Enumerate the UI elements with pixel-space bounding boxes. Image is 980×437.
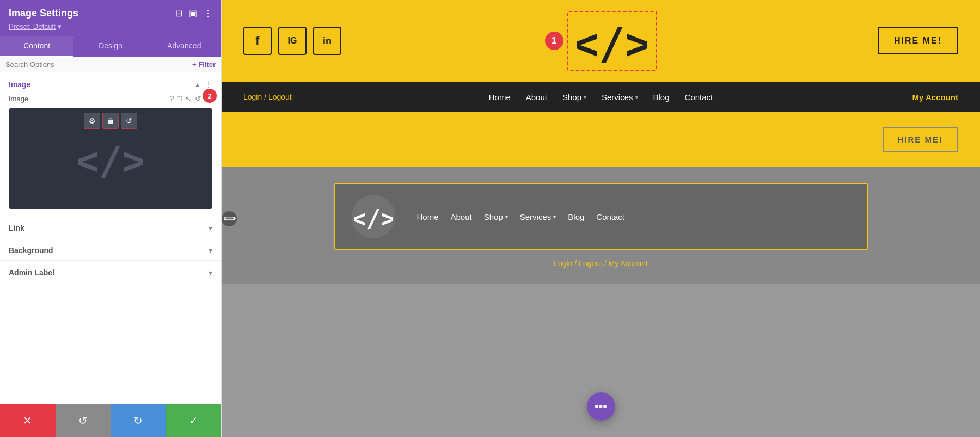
undo-overlay-button[interactable]: ↺ [121,113,137,129]
image-label: Image [9,95,28,103]
nav-preview-shop[interactable]: Shop ▾ [484,212,508,221]
panel-search-bar: + Filter [0,57,221,72]
cursor-icon[interactable]: ↖ [185,94,192,103]
admin-label-section-chevron: ▾ [209,268,212,277]
admin-label-section: Admin Label ▾ [0,260,221,282]
nav-blog[interactable]: Blog [653,93,670,102]
nav-preview-home[interactable]: Home [417,212,439,221]
link-section-title: Link [9,224,24,232]
image-overlay-icons: ⚙ 🗑 ↺ [84,113,137,129]
nav-preview-about[interactable]: About [451,212,472,221]
nav-preview-logo: </> [352,195,395,238]
background-section-chevron: ▾ [209,246,212,255]
header-logo-area: 1 </> [545,11,657,71]
admin-label-section-header[interactable]: Admin Label ▾ [0,261,221,282]
settings-overlay-button[interactable]: ⚙ [84,113,100,129]
admin-label-section-title: Admin Label [9,268,54,277]
bottom-bar: ✕ ↺ ↻ ✓ [0,404,221,437]
image-section-dots[interactable]: ⋮ [205,80,212,89]
svg-text:</>: </> [577,19,647,65]
redo-button[interactable]: ↻ [111,404,166,437]
delete-overlay-button[interactable]: 🗑 [102,113,119,129]
resize-handle[interactable]: ⟺ [222,211,237,226]
nav-shop[interactable]: Shop ▾ [562,93,586,102]
hire-me-button[interactable]: HIRE ME! [878,27,958,54]
link-section-chevron: ▾ [209,224,212,232]
image-section-body: Image ? □ ↖ ↺ ⋯ 2 ⚙ 🗑 ↺ [0,94,221,216]
nav-preview-links: Home About Shop ▾ Services ▾ Blog Contac… [417,212,625,221]
nav-contact[interactable]: Contact [685,93,713,102]
badge-2: 2 [203,89,217,103]
nav-preview-login-logout[interactable]: Login / Logout / My Account [554,259,648,268]
panel-preset[interactable]: Preset: Default ▾ [9,22,212,30]
image-section-chevron-up: ▴ [195,80,199,89]
search-input[interactable] [5,60,192,69]
panel-content: Image ▴ ⋮ Image ? □ ↖ ↺ ⋯ 2 [0,72,221,437]
image-section-header[interactable]: Image ▴ ⋮ [0,72,221,94]
background-section-header[interactable]: Background ▾ [0,238,221,260]
linkedin-icon[interactable]: in [313,27,341,55]
nav-about[interactable]: About [526,93,547,102]
image-section-title: Image [9,80,30,89]
undo-button[interactable]: ↺ [56,404,111,437]
svg-text:</>: </> [354,205,393,230]
site-nav: Login / Logout Home About Shop ▾ Service… [222,82,980,112]
hire-me-button-2[interactable]: HIRE ME! [883,127,959,152]
reset-icon[interactable]: ↺ [195,94,201,103]
second-yellow-area: HIRE ME! [222,112,980,167]
panel-header: Image Settings ⊡ ▣ ⋮ Preset: Default ▾ [0,0,221,36]
window-icon-3[interactable]: ⋮ [204,8,212,19]
panel-title: Image Settings [9,8,78,19]
image-preview[interactable]: ⚙ 🗑 ↺ </> [9,108,212,209]
login-logout-link[interactable]: Login / Logout [243,93,292,101]
gray-section: </> Home About Shop ▾ Services ▾ Blog Co… [222,167,980,284]
code-logo-preview: </> [78,137,143,181]
badge-1: 1 [545,32,564,50]
panel-header-icons: ⊡ ▣ ⋮ [175,8,212,19]
tab-advanced[interactable]: Advanced [148,36,221,57]
nav-preview-blog[interactable]: Blog [568,212,584,221]
cancel-button[interactable]: ✕ [0,404,56,437]
window-icon-2[interactable]: ▣ [189,8,197,19]
background-section: Background ▾ [0,238,221,260]
panel-tabs: Content Design Advanced [0,36,221,57]
settings-panel: Image Settings ⊡ ▣ ⋮ Preset: Default ▾ C… [0,0,222,437]
nav-home[interactable]: Home [489,93,511,102]
main-content: f IG in 1 </> HIRE ME! Login / Logout Ho… [222,0,980,437]
instagram-icon[interactable]: IG [278,27,307,55]
mobile-icon[interactable]: □ [177,94,182,103]
svg-text:</>: </> [78,138,143,181]
link-section: Link ▾ [0,216,221,238]
tab-design[interactable]: Design [74,36,147,57]
help-icon[interactable]: ? [170,94,174,103]
background-section-title: Background [9,246,53,255]
nav-preview-services[interactable]: Services ▾ [520,212,556,221]
my-account-link[interactable]: My Account [912,93,958,102]
filter-button[interactable]: + Filter [192,60,216,69]
panel-header-top: Image Settings ⊡ ▣ ⋮ [9,8,212,19]
window-icon-1[interactable]: ⊡ [175,8,182,19]
site-header: f IG in 1 </> HIRE ME! [222,0,980,82]
image-row: Image ? □ ↖ ↺ ⋯ 2 [9,94,212,103]
tab-content[interactable]: Content [0,36,74,57]
nav-preview-code-icon: </> [352,195,395,238]
floating-action-button[interactable]: ••• [587,392,615,421]
nav-preview-box: </> Home About Shop ▾ Services ▾ Blog Co… [334,183,868,250]
nav-preview-contact[interactable]: Contact [596,212,624,221]
facebook-icon[interactable]: f [243,27,272,55]
logo-code-selected[interactable]: </> [567,11,657,71]
nav-services[interactable]: Services ▾ [602,93,638,102]
link-section-header[interactable]: Link ▾ [0,216,221,238]
header-social: f IG in [243,27,341,55]
nav-links: Home About Shop ▾ Services ▾ Blog Contac… [489,93,713,102]
save-button[interactable]: ✓ [166,404,222,437]
